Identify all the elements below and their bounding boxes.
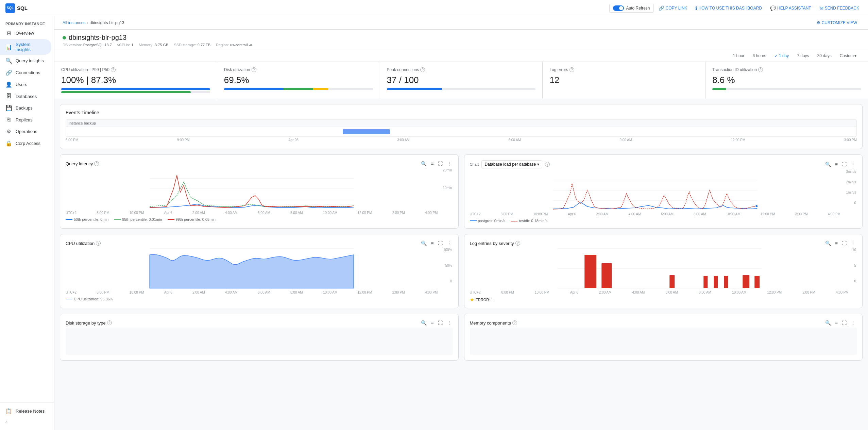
- disk-storage-zoom-button[interactable]: 🔍: [420, 319, 428, 326]
- db-load-zoom-button[interactable]: 🔍: [824, 161, 832, 168]
- transaction-help-icon[interactable]: ?: [758, 67, 763, 72]
- auto-refresh-button[interactable]: Auto Refresh: [609, 4, 653, 13]
- log-severity-legend: ★ ERROR: 1: [470, 297, 857, 302]
- log-expand-button[interactable]: ⛶: [840, 240, 848, 247]
- metric-log-errors-value: 12: [549, 75, 698, 85]
- sidebar-item-replicas[interactable]: ⎘ Replicas: [0, 114, 51, 126]
- customize-view-button[interactable]: ⚙ CUSTOMIZE VIEW: [814, 19, 860, 27]
- instance-name-text: dbinsights-blr-pg13: [69, 34, 126, 42]
- disk-storage-expand-button[interactable]: ⛶: [437, 319, 444, 326]
- how-to-use-button[interactable]: ℹ HOW TO USE THIS DASHBOARD: [692, 3, 765, 13]
- sidebar-item-databases[interactable]: 🗄 Databases: [0, 90, 51, 102]
- query-latency-zoom-button[interactable]: 🔍: [420, 160, 428, 167]
- cpu-utilization-help-icon[interactable]: ?: [96, 241, 101, 246]
- sidebar-item-corp-access[interactable]: 🔒 Corp Access: [0, 137, 51, 149]
- sidebar-item-label: Overview: [16, 31, 34, 36]
- time-6hours-button[interactable]: 6 hours: [749, 52, 770, 60]
- db-load-expand-button[interactable]: ⛶: [840, 161, 848, 168]
- metric-connections-value: 37 / 100: [387, 75, 536, 85]
- send-feedback-label: SEND FEEDBACK: [825, 6, 859, 11]
- release-notes-icon: 📋: [5, 408, 12, 414]
- memory-value: 3.75 GB: [155, 43, 168, 47]
- connections-help-icon[interactable]: ?: [420, 67, 425, 72]
- overview-icon: ⊞: [5, 30, 12, 36]
- feedback-icon: ✉: [819, 5, 823, 11]
- chevron-down-icon: ▾: [854, 53, 856, 58]
- db-load-more-button[interactable]: ⋮: [849, 161, 857, 168]
- sidebar-item-users[interactable]: 👤 Users: [0, 79, 51, 90]
- transaction-bar: [712, 88, 861, 90]
- memory-components-zoom-button[interactable]: 🔍: [824, 319, 832, 326]
- memory-components-filter-button[interactable]: ≡: [834, 319, 839, 326]
- cpu-help-icon[interactable]: ?: [111, 67, 116, 72]
- db-load-help-icon[interactable]: ?: [545, 162, 550, 167]
- log-errors-help-icon[interactable]: ?: [569, 67, 574, 72]
- meta-region: Region: us-central1-a: [216, 43, 252, 47]
- time-range-bar: 1 hour 6 hours 1 day 7 days 30 days Cust…: [54, 50, 868, 62]
- memory-components-expand-button[interactable]: ⛶: [840, 319, 848, 326]
- cpu-filter-button[interactable]: ≡: [429, 240, 435, 247]
- sidebar-item-backups[interactable]: 💾 Backups: [0, 102, 51, 114]
- log-filter-button[interactable]: ≡: [834, 240, 839, 247]
- legend-99th-line: [168, 219, 174, 220]
- timeline-track: [66, 127, 856, 136]
- sidebar-item-overview[interactable]: ⊞ Overview: [0, 27, 51, 39]
- copy-link-button[interactable]: 🔗 COPY LINK: [655, 3, 691, 13]
- help-assistant-button[interactable]: 💬 HELP ASSISTANT: [767, 3, 815, 13]
- metric-log-errors-title: Log errors ?: [549, 67, 698, 72]
- memory-components-header: Memory components ? 🔍 ≡ ⛶ ⋮: [470, 319, 857, 326]
- legend-testdb: testdb: 0.18min/s: [511, 219, 547, 223]
- disk-storage-help-icon[interactable]: ?: [107, 320, 112, 325]
- legend-50th-line: [66, 219, 72, 220]
- memory-components-help-icon[interactable]: ?: [512, 320, 517, 325]
- log-zoom-button[interactable]: 🔍: [824, 240, 832, 247]
- sidebar-item-system-insights[interactable]: 📊 System insights: [0, 39, 51, 55]
- log-svg-container: [470, 248, 849, 290]
- sidebar-item-release-notes[interactable]: 📋 Release Notes: [0, 405, 51, 417]
- how-to-use-label: HOW TO USE THIS DASHBOARD: [698, 6, 762, 11]
- sidebar-collapse-button[interactable]: ‹: [0, 417, 54, 427]
- disk-storage-more-button[interactable]: ⋮: [445, 319, 453, 326]
- memory-components-more-button[interactable]: ⋮: [849, 319, 857, 326]
- corp-access-icon: 🔒: [5, 140, 12, 147]
- disk-storage-filter-button[interactable]: ≡: [429, 319, 435, 326]
- cpu-more-button[interactable]: ⋮: [445, 240, 453, 247]
- sidebar-item-connections[interactable]: 🔗 Connections: [0, 67, 51, 79]
- error-star-icon: ★: [470, 297, 474, 302]
- disk-help-icon[interactable]: ?: [252, 67, 256, 72]
- time-1day-button[interactable]: 1 day: [771, 52, 793, 60]
- send-feedback-button[interactable]: ✉ SEND FEEDBACK: [816, 3, 863, 13]
- log-severity-help-icon[interactable]: ?: [515, 241, 520, 246]
- query-latency-more-button[interactable]: ⋮: [445, 160, 453, 167]
- log-more-button[interactable]: ⋮: [849, 240, 857, 247]
- timeline-container: Instance backup: [66, 119, 857, 137]
- query-latency-expand-button[interactable]: ⛶: [437, 160, 444, 167]
- query-latency-svg: [66, 168, 438, 209]
- legend-cpu-line: [66, 299, 72, 299]
- sidebar-item-query-insights[interactable]: 🔍 Query insights: [0, 55, 51, 67]
- cpu-expand-button[interactable]: ⛶: [437, 240, 444, 247]
- collapse-icon: ‹: [5, 420, 7, 425]
- sidebar-item-label: Operations: [16, 129, 37, 134]
- cpu-utilization-chart-area: 100% 50% 0: [66, 248, 453, 290]
- query-latency-filter-button[interactable]: ≡: [429, 160, 435, 167]
- metric-connections-title: Peak connections ?: [387, 67, 536, 72]
- time-1hour-button[interactable]: 1 hour: [730, 52, 748, 60]
- log-xaxis: UTC+2 8:00 PM 10:00 PM Apr 6 2:00 AM 4:0…: [470, 291, 849, 294]
- db-load-filter-button[interactable]: ≡: [834, 161, 839, 168]
- legend-cpu-utilization: CPU utilization: 95.86%: [66, 297, 113, 301]
- sidebar-section-label: PRIMARY INSTANCE: [0, 16, 54, 27]
- db-load-actions: 🔍 ≡ ⛶ ⋮: [824, 161, 857, 168]
- sidebar-item-operations[interactable]: ⚙ Operations: [0, 126, 51, 137]
- db-load-svg-container: [470, 170, 841, 212]
- memory-components-title: Memory components ?: [470, 320, 517, 326]
- query-latency-help-icon[interactable]: ?: [94, 161, 99, 166]
- time-30days-button[interactable]: 30 days: [814, 52, 835, 60]
- db-load-dropdown[interactable]: Database load per database ▾: [481, 160, 542, 168]
- breadcrumb-all-instances[interactable]: All instances: [63, 20, 85, 25]
- sidebar-item-label: Databases: [16, 94, 37, 99]
- time-custom-button[interactable]: Custom ▾: [836, 52, 860, 60]
- cpu-zoom-button[interactable]: 🔍: [420, 240, 428, 247]
- svg-rect-20: [754, 276, 760, 288]
- time-7days-button[interactable]: 7 days: [794, 52, 812, 60]
